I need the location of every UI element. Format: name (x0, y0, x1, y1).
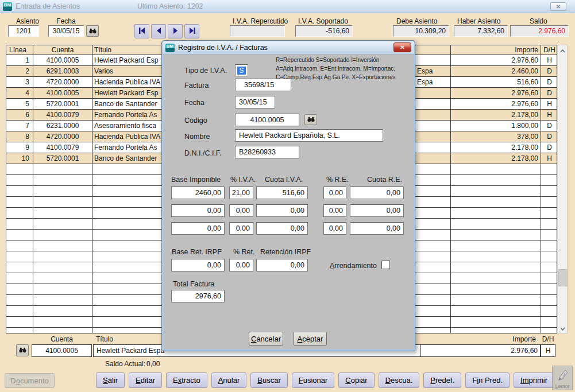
saldo-actual-label: Saldo Actual: (105, 360, 145, 368)
cell-importe: 378,00 (451, 131, 541, 142)
cell-importe (451, 230, 541, 240)
vat-grid-input-r3c5[interactable]: 0,00 (350, 222, 404, 235)
vat-grid-input-r3c3[interactable]: 0,00 (256, 222, 308, 235)
cell-cuenta (33, 262, 92, 273)
cell-dh (541, 306, 557, 317)
retencion-irpf-header: Retención IRPF (260, 248, 311, 256)
window-close-button[interactable]: ✕ (550, 2, 566, 11)
documento-button[interactable]: Documento (5, 373, 55, 388)
cell-dh: D (541, 131, 557, 142)
aceptar-button[interactable]: Aceptar (294, 332, 327, 346)
cell-linea (6, 295, 33, 306)
vat-grid-input-r2c4[interactable]: 0,00 (323, 204, 346, 217)
irpf-input-c2[interactable]: 0,00 (229, 259, 253, 271)
total-factura-label: Total Factura (173, 280, 214, 288)
fin-pred-button[interactable]: Fin Pred. (465, 372, 510, 388)
next-record-button[interactable] (168, 24, 183, 38)
last-record-button[interactable] (184, 24, 199, 38)
previous-record-button[interactable] (151, 24, 166, 38)
cell-cuenta: 5720.0001 (33, 99, 92, 110)
hidden-column-fragment: Espa (417, 77, 433, 87)
cell-cuenta (33, 208, 92, 219)
total-factura-input[interactable]: 2976,60 (171, 290, 225, 302)
debe-asiento-field: 10.309,20 (393, 25, 449, 37)
editar-button[interactable]: Editar (129, 372, 162, 388)
asiento-input[interactable]: 1201 (8, 25, 39, 37)
copiar-button[interactable]: Copiar (338, 372, 374, 388)
cancelar-button[interactable]: Cancelar (249, 332, 283, 346)
vat-grid-input-r2c5[interactable]: 0,00 (350, 204, 404, 217)
nombre-input[interactable]: Hewlett Packard Española, S.L. (235, 129, 383, 142)
vat-grid-input-r3c2[interactable]: 0,00 (229, 222, 253, 235)
scroll-up-button[interactable] (558, 45, 567, 55)
saldo-actual-value: 0,00 (146, 360, 160, 368)
predef-button[interactable]: Predef. (423, 372, 461, 388)
vat-grid-input-r1c1[interactable]: 2460,00 (171, 187, 225, 199)
cell-cuenta (33, 219, 92, 230)
cell-importe (451, 197, 541, 208)
vat-grid-input-r1c4[interactable]: 0,00 (323, 187, 346, 199)
cell-dh: D (541, 66, 557, 77)
search-account-button[interactable] (16, 344, 29, 356)
header-dh: D/H (541, 45, 557, 55)
tipo-iva-selected-text: S (237, 67, 245, 75)
vat-grid-input-r1c3[interactable]: 516,60 (256, 187, 308, 199)
imprimir-button[interactable]: Imprimir (514, 372, 554, 388)
tipo-iva-input[interactable]: S (235, 64, 248, 76)
factura-input[interactable]: 35698/15 (235, 79, 291, 91)
table-scrollbar[interactable] (557, 45, 568, 333)
lector-button[interactable]: Lector (552, 366, 573, 390)
cell-dh: D (541, 77, 557, 88)
cell-cuenta (33, 273, 92, 284)
cell-cuenta (33, 317, 92, 328)
dialog-close-button[interactable]: ✕ (393, 42, 411, 52)
cell-cuenta: 4100.0079 (33, 110, 92, 121)
cell-importe (451, 317, 541, 328)
cell-dh (541, 273, 557, 284)
vat-grid-input-r3c4[interactable]: 0,00 (323, 222, 346, 235)
scroll-down-button[interactable] (558, 323, 567, 333)
buscar-button[interactable]: Buscar (250, 372, 287, 388)
first-record-button[interactable] (134, 24, 149, 38)
legend-line-3: C=Comp.Reg.Esp.Ag.Ga.Pe. X=Exportaciones (276, 73, 395, 81)
vat-grid-input-r2c1[interactable]: 0,00 (171, 204, 225, 217)
cell-linea: 1 (6, 55, 33, 66)
vat-grid-input-r3c1[interactable]: 0,00 (171, 222, 225, 235)
arrendamiento-checkbox[interactable] (381, 261, 390, 269)
debe-asiento-label: Debe Asiento (396, 17, 437, 25)
scrollbar-thumb[interactable] (558, 269, 568, 286)
cell-cuenta: 4100.0079 (33, 142, 92, 153)
cell-importe (451, 240, 541, 251)
dialog-fecha-input[interactable]: 30/05/15 (235, 96, 275, 108)
footer-importe-input[interactable]: 2.976,60 (421, 344, 541, 357)
cell-linea: 10 (6, 153, 33, 164)
vat-grid-input-r1c5[interactable]: 0,00 (350, 187, 404, 199)
irpf-input-c1[interactable]: 0,00 (171, 259, 225, 271)
footer-dh-input[interactable]: H (541, 344, 555, 357)
footer-cuenta-input[interactable]: 4100.0005 (32, 344, 92, 357)
haber-asiento-field: 7.332,60 (454, 25, 508, 37)
irpf-input-c3[interactable]: 0,00 (256, 259, 308, 271)
anular-button[interactable]: Anular (211, 372, 247, 388)
cell-cuenta: 5720.0001 (33, 153, 92, 164)
fusionar-button[interactable]: Fusionar (292, 372, 335, 388)
cell-importe (451, 219, 541, 230)
codigo-input[interactable]: 4100.0005 (235, 114, 299, 126)
vat-grid-input-r2c3[interactable]: 0,00 (256, 204, 308, 217)
cell-importe (451, 251, 541, 262)
cell-importe: 2.976,60 (451, 55, 541, 66)
legend-line-1: R=Repercutido S=Soportado I=Inversión (276, 56, 395, 64)
vat-grid-input-r1c2[interactable]: 21,00 (229, 187, 253, 199)
dni-cif-input[interactable]: B28260933 (235, 146, 299, 158)
salir-button[interactable]: Salir (96, 372, 125, 388)
descua-button[interactable]: Descua. (379, 372, 420, 388)
cell-linea (6, 317, 33, 328)
last-record-icon (188, 27, 196, 36)
footer-cuenta-label: Cuenta (32, 335, 92, 343)
search-code-button[interactable] (304, 114, 317, 125)
search-date-button[interactable] (86, 25, 99, 37)
extracto-button[interactable]: Extracto (166, 372, 207, 388)
vat-grid-input-r2c2[interactable]: 0,00 (229, 204, 253, 217)
nombre-label: Nombre (184, 133, 210, 141)
fecha-input[interactable]: 30/05/15 (48, 25, 84, 37)
